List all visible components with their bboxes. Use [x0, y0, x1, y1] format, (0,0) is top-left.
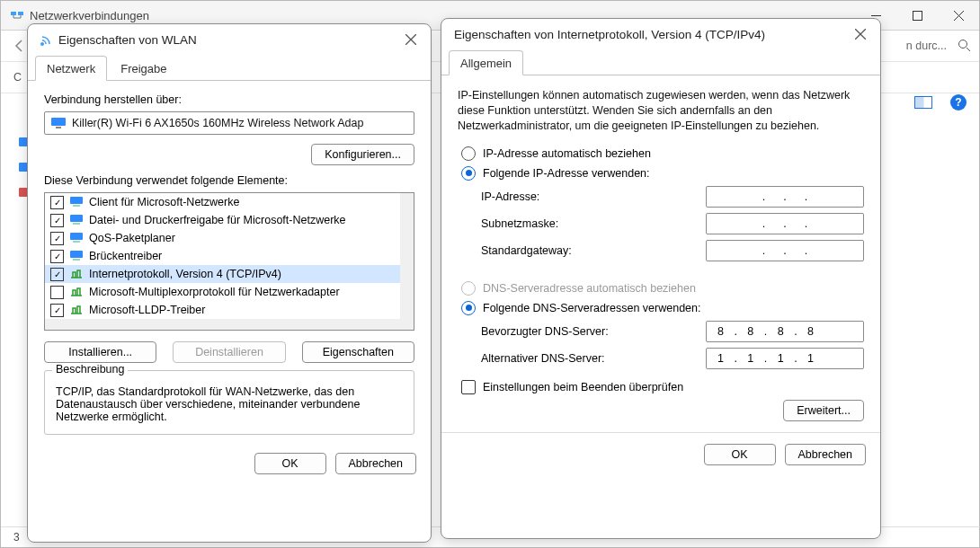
network-connections-icon — [10, 8, 24, 22]
svg-rect-12 — [70, 197, 83, 204]
radio-icon — [461, 301, 476, 315]
organize-caret[interactable]: C — [13, 71, 22, 84]
svg-rect-15 — [70, 251, 83, 258]
cancel-button[interactable]: Abbrechen — [335, 453, 416, 474]
list-item[interactable]: ✓Microsoft-LLDP-Treiber — [45, 301, 414, 319]
list-item[interactable]: ✓Datei- und Druckerfreigabe für Microsof… — [45, 211, 414, 229]
component-icon — [69, 249, 84, 263]
properties-button[interactable]: Eigenschaften — [302, 341, 414, 363]
component-icon — [69, 267, 84, 281]
radio-ip-auto-label: IP-Adresse automatisch beziehen — [483, 147, 651, 160]
uses-items-label: Diese Verbindung verwendet folgende Elem… — [44, 174, 414, 187]
checkbox-icon[interactable]: ✓ — [50, 214, 64, 227]
back-button[interactable] — [12, 39, 26, 53]
radio-ip-manual[interactable]: Folgende IP-Adresse verwenden: — [461, 166, 864, 181]
list-item-label: Datei- und Druckerfreigabe für Microsoft… — [89, 214, 346, 226]
advanced-button[interactable]: Erweitert... — [783, 400, 864, 421]
close-icon[interactable] — [402, 34, 420, 45]
input-gateway[interactable]: ... — [706, 240, 864, 261]
scrollbar-vertical[interactable] — [400, 193, 414, 319]
connect-using-label: Verbindung herstellen über: — [44, 93, 414, 106]
adapter-name: Killer(R) Wi-Fi 6 AX1650s 160MHz Wireles… — [72, 117, 363, 129]
radio-dns-manual[interactable]: Folgende DNS-Serveradressen verwenden: — [461, 301, 864, 315]
radio-icon — [461, 166, 476, 181]
checkbox-icon[interactable]: ✓ — [50, 250, 64, 263]
component-icon — [69, 303, 84, 317]
label-gateway: Standardgateway: — [481, 244, 706, 257]
wlan-titlebar[interactable]: Eigenschaften von WLAN — [28, 24, 431, 55]
tab-general[interactable]: Allgemein — [449, 50, 523, 75]
checkbox-icon[interactable]: ✓ — [50, 304, 64, 317]
ipv4-titlebar[interactable]: Eigenschaften von Internetprotokoll, Ver… — [441, 19, 880, 49]
ipv4-title: Eigenschaften von Internetprotokoll, Ver… — [454, 28, 765, 41]
checkbox-icon[interactable] — [50, 286, 64, 299]
mainwin-title: Netzwerkverbindungen — [30, 9, 149, 22]
tab-sharing[interactable]: Freigabe — [109, 56, 178, 81]
radio-ip-auto[interactable]: IP-Adresse automatisch beziehen — [461, 146, 864, 161]
svg-rect-10 — [51, 118, 66, 126]
description-body: TCP/IP, das Standardprotokoll für WAN-Ne… — [56, 385, 403, 423]
close-button[interactable] — [938, 1, 979, 30]
svg-rect-0 — [11, 12, 16, 15]
help-button[interactable]: ? — [950, 94, 967, 110]
component-icon — [69, 285, 84, 299]
svg-point-3 — [959, 40, 967, 49]
component-icon — [69, 213, 84, 227]
checkbox-icon[interactable]: ✓ — [50, 196, 64, 209]
wlan-tabs: Netzwerk Freigabe — [28, 55, 431, 81]
checkbox-icon — [461, 380, 476, 394]
search-icon[interactable] — [958, 39, 972, 53]
label-ip: IP-Adresse: — [481, 190, 706, 203]
svg-point-9 — [40, 42, 44, 46]
description-group: Beschreibung TCP/IP, das Standardprotoko… — [44, 370, 414, 435]
list-item[interactable]: ✓Internetprotokoll, Version 4 (TCP/IPv4) — [45, 265, 414, 283]
components-list[interactable]: ✓Client für Microsoft-Netzwerke✓Datei- u… — [44, 192, 414, 331]
adapter-name-box[interactable]: Killer(R) Wi-Fi 6 AX1650s 160MHz Wireles… — [44, 111, 414, 135]
maximize-button[interactable] — [896, 1, 938, 30]
input-mask[interactable]: ... — [706, 213, 864, 234]
svg-rect-11 — [56, 127, 61, 128]
list-item[interactable]: ✓Brückentreiber — [45, 247, 414, 265]
validate-on-exit-label: Einstellungen beim Beenden überprüfen — [483, 381, 683, 393]
adapter-icon — [39, 32, 53, 47]
component-icon — [69, 231, 84, 245]
configure-button[interactable]: Konfigurieren... — [311, 144, 414, 165]
label-dns2: Alternativer DNS-Server: — [481, 352, 706, 365]
radio-dns-manual-label: Folgende DNS-Serveradressen verwenden: — [483, 302, 701, 314]
radio-icon — [461, 281, 476, 296]
ok-button[interactable]: OK — [254, 453, 326, 474]
uninstall-button: Deinstallieren — [173, 341, 285, 363]
list-item[interactable]: ✓QoS-Paketplaner — [45, 229, 414, 247]
ipv4-properties-dialog: Eigenschaften von Internetprotokoll, Ver… — [441, 18, 881, 539]
validate-on-exit[interactable]: Einstellungen beim Beenden überprüfen — [461, 380, 864, 394]
install-button[interactable]: Installieren... — [44, 341, 156, 363]
list-item[interactable]: Microsoft-Multiplexorprotokoll für Netzw… — [45, 283, 414, 301]
checkbox-icon[interactable]: ✓ — [50, 268, 64, 281]
input-ip[interactable]: ... — [706, 186, 864, 208]
svg-rect-2 — [913, 11, 922, 20]
list-item-label: Brückentreiber — [89, 250, 162, 262]
view-mode-icon[interactable] — [914, 96, 932, 109]
monitor-icon — [50, 117, 67, 129]
list-item[interactable]: ✓Client für Microsoft-Netzwerke — [45, 193, 414, 211]
component-icon — [69, 195, 84, 209]
list-item-label: Microsoft-LLDP-Treiber — [89, 304, 205, 316]
svg-rect-13 — [70, 215, 83, 222]
description-title: Beschreibung — [52, 363, 128, 376]
tab-network[interactable]: Netzwerk — [35, 56, 107, 81]
svg-rect-5 — [915, 97, 924, 109]
search-placeholder[interactable]: n durc... — [906, 40, 947, 52]
ok-button[interactable]: OK — [704, 444, 776, 465]
ipv4-hint: IP-Einstellungen können automatisch zuge… — [458, 88, 864, 134]
label-dns1: Bevorzugter DNS-Server: — [481, 325, 706, 338]
close-icon[interactable] — [851, 29, 869, 40]
input-dns2[interactable]: 1 . 1 . 1 . 1 — [706, 348, 864, 369]
radio-ip-manual-label: Folgende IP-Adresse verwenden: — [483, 167, 650, 180]
cancel-button[interactable]: Abbrechen — [785, 444, 866, 465]
input-dns1[interactable]: 8 . 8 . 8 . 8 — [706, 321, 864, 342]
ipv4-tabs: Allgemein — [441, 49, 880, 75]
svg-rect-14 — [70, 233, 83, 240]
scrollbar-horizontal[interactable] — [45, 319, 414, 330]
list-item-label: Internetprotokoll, Version 4 (TCP/IPv4) — [89, 268, 281, 280]
checkbox-icon[interactable]: ✓ — [50, 232, 64, 245]
